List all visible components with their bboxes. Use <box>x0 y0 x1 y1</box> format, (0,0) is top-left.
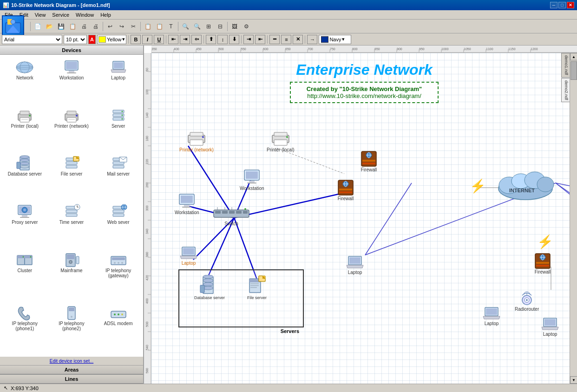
device-printer-local[interactable]: Printer (local) <box>2 105 48 152</box>
device-network[interactable]: Network <box>2 57 48 104</box>
indent-button[interactable]: ⇥ <box>243 35 254 44</box>
device-printer-network-label: Printer (network) <box>54 124 89 129</box>
align-center-button[interactable]: ⇥ <box>180 35 190 44</box>
zoom-fit-button[interactable]: ⊞ <box>203 21 214 32</box>
bold-button[interactable]: B <box>131 35 141 44</box>
image-button[interactable]: 🖼 <box>229 21 240 32</box>
valign-top-button[interactable]: ⬆ <box>206 35 216 44</box>
device-laptop[interactable]: Laptop <box>95 57 141 104</box>
menu-service[interactable]: Service <box>49 11 72 19</box>
print-preview-button[interactable]: 🖨 <box>79 21 90 32</box>
node-switch[interactable]: Switch <box>213 206 250 226</box>
device-mainframe[interactable]: Mainframe <box>49 249 95 302</box>
align-right-button[interactable]: ⇦ <box>191 35 202 44</box>
line-weight-button[interactable]: ≡ <box>281 35 291 44</box>
device-adsl-modem[interactable]: ADSL modem <box>95 302 141 355</box>
node-firewall2[interactable]: Firewall <box>360 150 378 172</box>
svg-text:650: 650 <box>285 47 291 51</box>
device-ip-phone1[interactable]: IP telephony (phone1) <box>2 302 48 355</box>
canvas-grid[interactable]: Enterprise Network Created by "10-Strike… <box>151 53 577 384</box>
close-button[interactable]: ✕ <box>567 2 574 8</box>
page-button[interactable]: 📋 <box>67 21 78 32</box>
cut-button[interactable]: ✂ <box>128 21 139 32</box>
node-printer-local[interactable]: Printer (local) <box>267 130 294 152</box>
node-laptop3[interactable]: Laptop <box>482 306 501 326</box>
node-firewall1[interactable]: Firewall <box>336 179 355 201</box>
save-button[interactable]: 💾 <box>55 21 66 32</box>
firewall2-node-icon <box>360 150 378 167</box>
new-button[interactable]: 📄 <box>32 21 43 32</box>
fill-color-selector[interactable]: Yellow ▾ <box>97 35 126 44</box>
device-ip-telephony-gw[interactable]: IP telephony (gateway) <box>95 249 141 302</box>
device-cluster[interactable]: Cluster <box>2 249 48 302</box>
print-button[interactable]: 🖨 <box>90 21 101 32</box>
node-laptop2[interactable]: Laptop <box>346 255 364 275</box>
redo-button[interactable]: ↪ <box>116 21 127 32</box>
node-firewall4[interactable]: Firewall <box>533 253 552 274</box>
device-ip-phone2[interactable]: IP telephony (phone2) <box>49 302 95 355</box>
device-web-server[interactable]: Web sever <box>95 201 141 248</box>
minimize-button[interactable]: ─ <box>550 2 557 8</box>
fmt-sep-4 <box>241 35 242 44</box>
italic-button[interactable]: I <box>142 35 152 44</box>
svg-rect-8 <box>66 62 77 69</box>
tab-demo2[interactable]: demo2.ndf <box>561 78 570 103</box>
titlebar: 📊 10-Strike Network Diagram - [demo1.ndf… <box>0 0 577 10</box>
maximize-button[interactable]: □ <box>558 2 566 8</box>
device-printer-network[interactable]: Printer (network) <box>49 105 95 152</box>
node-workstation2[interactable]: Workstation <box>175 192 199 215</box>
vertical-scrollbar[interactable]: ▲ ▼ <box>570 53 577 384</box>
device-file-server[interactable]: File server <box>49 153 95 200</box>
device-mail-server[interactable]: Mail server <box>95 153 141 200</box>
font-color-button[interactable]: A <box>88 35 96 44</box>
svg-text:950: 950 <box>419 47 425 51</box>
device-time-server[interactable]: Time server <box>49 201 95 248</box>
edit-device-link[interactable]: Edit device icon set... <box>0 357 143 365</box>
menu-help[interactable]: Help <box>98 11 114 19</box>
areas-section[interactable]: Areas <box>0 365 143 374</box>
node-laptop1[interactable]: Laptop <box>179 246 198 266</box>
scrollbar-up-btn[interactable]: ▲ <box>570 53 577 60</box>
copy-button[interactable]: 📋 <box>142 21 153 32</box>
zoom-out-button[interactable]: 🔍 <box>191 21 203 32</box>
valign-bot-button[interactable]: ⬇ <box>229 35 239 44</box>
device-database-server[interactable]: Database server <box>2 153 48 200</box>
line-color-button[interactable]: ✕ <box>293 35 303 44</box>
open-button[interactable]: 📂 <box>44 21 55 32</box>
node-laptop4[interactable]: Laptop <box>541 317 559 337</box>
font-size-selector[interactable]: 10 pt. <box>64 35 87 44</box>
tab-demo1[interactable]: demo1.ndf <box>561 53 570 78</box>
arrow-button[interactable]: → <box>307 35 317 44</box>
node-database[interactable]: Database server <box>194 275 225 300</box>
node-workstation1[interactable]: Workstation <box>240 168 264 191</box>
device-proxy-server[interactable]: Proxy server <box>2 201 48 248</box>
undo-button[interactable]: ↩ <box>105 21 116 32</box>
scrollbar-down-btn[interactable]: ▼ <box>570 376 577 384</box>
node-radiorouter[interactable]: Radiorouter <box>515 290 539 312</box>
outdent-button[interactable]: ⇤ <box>255 35 265 44</box>
canvas-area[interactable]: 350 400 450 500 550 600 650 700 750 800 … <box>144 46 577 384</box>
node-internet[interactable]: INTERNET <box>495 169 556 202</box>
valign-mid-button[interactable]: ↕ <box>217 35 228 44</box>
paste-button[interactable]: 📋 <box>154 21 165 32</box>
scrollbar-thumb[interactable] <box>570 61 577 80</box>
menu-window[interactable]: Window <box>73 11 97 19</box>
time-server-icon <box>62 203 81 220</box>
menu-view[interactable]: View <box>32 11 49 19</box>
nav-color-selector[interactable]: Navy ▾ <box>319 35 351 44</box>
device-server[interactable]: Server <box>95 105 141 152</box>
font-selector[interactable]: Arial <box>2 35 62 44</box>
underline-button[interactable]: U <box>154 35 164 44</box>
lines-section[interactable]: Lines <box>0 374 143 384</box>
svg-point-196 <box>244 208 246 210</box>
settings-button[interactable]: ⚙ <box>241 21 252 32</box>
device-workstation[interactable]: Workstation <box>49 57 95 104</box>
zoom-all-button[interactable]: ⊟ <box>215 21 226 32</box>
node-printer-network[interactable]: Printer (network) <box>179 130 214 152</box>
zoom-in-button[interactable]: 🔍 <box>180 21 191 32</box>
node-fileserver[interactable]: File server <box>247 275 267 300</box>
line-style-button[interactable]: ━ <box>269 35 280 44</box>
printer-network-icon <box>62 107 81 124</box>
text-button[interactable]: T <box>165 21 177 32</box>
align-left-button[interactable]: ⇤ <box>168 35 178 44</box>
